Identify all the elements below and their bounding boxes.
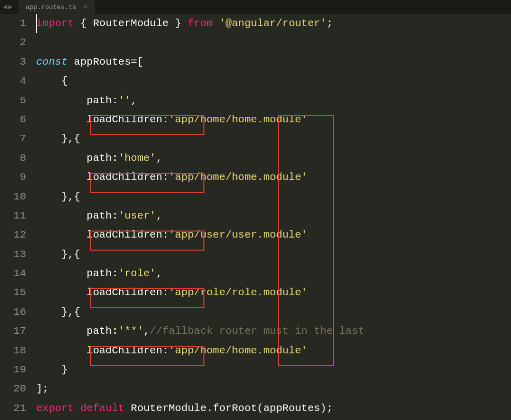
caret bbox=[36, 14, 37, 33]
code-line: const appRoutes=[ bbox=[36, 53, 511, 72]
titlebar: ◀ ▶ app.routes.ts × bbox=[0, 0, 511, 14]
code-line: path:'home', bbox=[36, 149, 511, 168]
line-number: 7 bbox=[0, 129, 26, 148]
code-line bbox=[36, 33, 511, 52]
code-line: },{ bbox=[36, 245, 511, 264]
code-line: },{ bbox=[36, 187, 511, 206]
line-number: 19 bbox=[0, 360, 26, 379]
code-line: loadChildren:'app/home/home.module' bbox=[36, 168, 511, 187]
code-line: path:'**',//fallback router must in the … bbox=[36, 322, 511, 341]
code-line: loadChildren:'app/role/role.module' bbox=[36, 283, 511, 302]
line-number: 21 bbox=[0, 399, 26, 418]
line-number: 14 bbox=[0, 264, 26, 283]
line-number: 18 bbox=[0, 341, 26, 360]
gutter: 123456789101112131415161718192021 bbox=[0, 14, 32, 420]
code-line: loadChildren:'app/home/home.module' bbox=[36, 341, 511, 360]
code-line: loadChildren:'app/home/home.module' bbox=[36, 110, 511, 129]
nav-forward-icon[interactable]: ▶ bbox=[8, 4, 12, 11]
editor[interactable]: 123456789101112131415161718192021 import… bbox=[0, 14, 511, 420]
line-number: 12 bbox=[0, 226, 26, 245]
line-number: 4 bbox=[0, 72, 26, 91]
line-number: 17 bbox=[0, 322, 26, 341]
code-line: loadChildren:'app/user/user.module' bbox=[36, 226, 511, 245]
line-number: 8 bbox=[0, 149, 26, 168]
nav-arrows: ◀ ▶ bbox=[0, 4, 16, 11]
line-number: 1 bbox=[0, 14, 26, 33]
line-number: 5 bbox=[0, 91, 26, 110]
code-line: import { RouterModule } from '@angular/r… bbox=[36, 14, 511, 33]
tab-filename: app.routes.ts bbox=[26, 4, 76, 11]
line-number: 10 bbox=[0, 187, 26, 206]
line-number: 2 bbox=[0, 33, 26, 52]
code-line: },{ bbox=[36, 129, 511, 148]
line-number: 20 bbox=[0, 379, 26, 398]
code-line: ]; bbox=[36, 379, 511, 398]
line-number: 3 bbox=[0, 53, 26, 72]
file-tab[interactable]: app.routes.ts × bbox=[19, 0, 95, 14]
code-line: path:'role', bbox=[36, 264, 511, 283]
code-line: } bbox=[36, 360, 511, 379]
code-area[interactable]: import { RouterModule } from '@angular/r… bbox=[32, 14, 511, 420]
nav-back-icon[interactable]: ◀ bbox=[3, 4, 7, 11]
code-line: path:'', bbox=[36, 91, 511, 110]
line-number: 6 bbox=[0, 110, 26, 129]
code-line: },{ bbox=[36, 303, 511, 322]
tab-close-icon[interactable]: × bbox=[83, 3, 87, 11]
line-number: 13 bbox=[0, 245, 26, 264]
code-line: export default RouterModule.forRoot(appR… bbox=[36, 399, 511, 418]
code-line: { bbox=[36, 72, 511, 91]
code-line: path:'user', bbox=[36, 206, 511, 226]
line-number: 9 bbox=[0, 168, 26, 187]
line-number: 11 bbox=[0, 206, 26, 226]
line-number: 15 bbox=[0, 283, 26, 302]
line-number: 16 bbox=[0, 303, 26, 322]
